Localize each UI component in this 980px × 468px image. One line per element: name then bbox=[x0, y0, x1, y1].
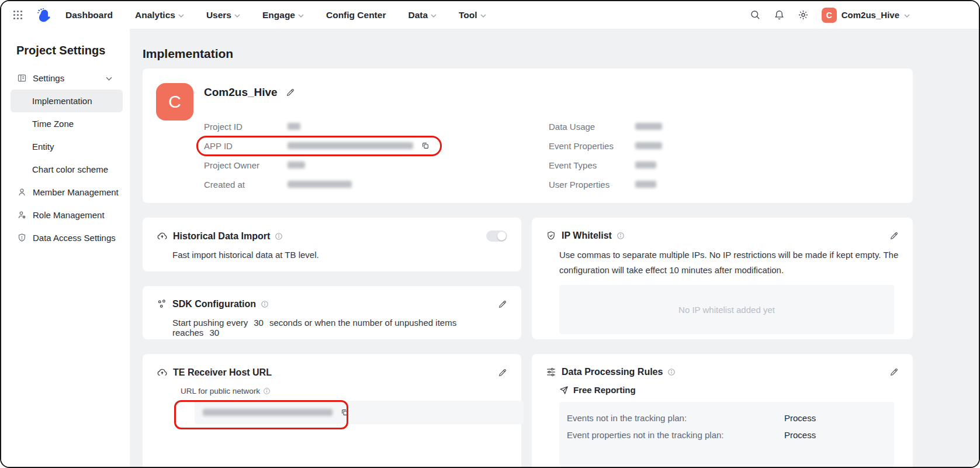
main-content: Implementation C Com2us_Hive Project ID … bbox=[130, 29, 979, 467]
free-reporting-label: Free Reporting bbox=[573, 385, 636, 395]
sdk-nodes-icon bbox=[157, 299, 167, 309]
ip-whitelist-input[interactable]: No IP whitelist added yet bbox=[559, 285, 894, 334]
redacted-value bbox=[288, 161, 305, 168]
chevron-down-icon bbox=[298, 14, 304, 18]
redacted-value bbox=[288, 123, 300, 130]
sidebar-item-time-zone[interactable]: Time Zone bbox=[11, 112, 123, 135]
edit-te-receiver-icon[interactable] bbox=[498, 368, 507, 377]
nav-users[interactable]: Users bbox=[206, 10, 240, 20]
thinkingdata-logo-icon[interactable] bbox=[36, 7, 51, 23]
apps-grid-icon[interactable] bbox=[13, 10, 23, 20]
sidebar-item-label: Member Management bbox=[33, 187, 119, 197]
chevron-down-icon bbox=[234, 14, 240, 18]
field-label: Created at bbox=[204, 180, 288, 189]
chevron-down-icon bbox=[480, 14, 486, 18]
redacted-value bbox=[635, 142, 662, 149]
card-title: Data Processing Rules bbox=[562, 367, 663, 377]
field-label: Data Usage bbox=[549, 122, 635, 131]
info-icon[interactable] bbox=[263, 387, 271, 395]
data-processing-rules-card: Data Processing Rules Free Reporting bbox=[532, 354, 913, 467]
nav-tool[interactable]: Tool bbox=[459, 10, 486, 20]
copy-icon[interactable] bbox=[421, 142, 430, 150]
edit-data-processing-icon[interactable] bbox=[889, 367, 899, 377]
card-description: Start pushing every30seconds or when the… bbox=[172, 318, 507, 338]
sidebar-item-label: Role Management bbox=[33, 210, 105, 220]
account-name: Com2us_Hive bbox=[842, 10, 899, 20]
chevron-down-icon bbox=[431, 14, 437, 18]
rule-row: Event properties not in the tracking pla… bbox=[567, 426, 894, 443]
edit-sdk-configuration-icon[interactable] bbox=[498, 300, 507, 309]
field-label: Project Owner bbox=[204, 160, 288, 170]
project-fields-left: Project ID APP ID Project Owner Created … bbox=[204, 122, 549, 189]
account-menu[interactable]: C Com2us_Hive bbox=[822, 8, 910, 23]
card-title: SDK Configuration bbox=[172, 299, 256, 309]
sidebar-item-implementation[interactable]: Implementation bbox=[11, 90, 123, 112]
card-title: Historical Data Import bbox=[173, 231, 270, 242]
copy-icon[interactable] bbox=[341, 408, 349, 417]
chevron-down-icon bbox=[178, 14, 184, 18]
settings-gear-icon[interactable] bbox=[798, 9, 809, 20]
topbar-actions: C Com2us_Hive bbox=[750, 8, 979, 23]
historical-data-import-card: Historical Data Import Fast import histo… bbox=[143, 218, 521, 271]
sidebar-item-settings[interactable]: Settings bbox=[1, 67, 130, 90]
nav-config-center[interactable]: Config Center bbox=[326, 10, 386, 20]
field-label: User Properties bbox=[549, 180, 635, 189]
nav-dashboard[interactable]: Dashboard bbox=[65, 10, 113, 20]
cloud-upload-icon bbox=[157, 367, 168, 378]
ip-whitelist-card: IP Whitelist Use commas to separate mult… bbox=[532, 218, 913, 339]
sidebar-item-label: Implementation bbox=[32, 96, 92, 106]
shield-check-icon bbox=[546, 230, 556, 241]
nav-engage[interactable]: Engage bbox=[262, 10, 304, 20]
sidebar-item-chart-color-scheme[interactable]: Chart color scheme bbox=[11, 158, 123, 181]
historical-import-toggle[interactable] bbox=[486, 230, 507, 242]
sidebar-item-member-management[interactable]: Member Management bbox=[1, 181, 130, 204]
field-label: Project ID bbox=[204, 122, 288, 131]
redacted-value bbox=[203, 409, 333, 416]
info-icon[interactable] bbox=[617, 232, 625, 240]
free-reporting-rules: Events not in the tracking plan: Process… bbox=[559, 402, 894, 466]
chevron-down-icon bbox=[106, 77, 112, 81]
card-title: IP Whitelist bbox=[562, 230, 612, 241]
project-name: Com2us_Hive bbox=[204, 86, 278, 99]
settings-panel-icon bbox=[17, 73, 27, 83]
sidebar-item-label: Settings bbox=[33, 73, 64, 83]
sidebar: Project Settings Settings Implementation… bbox=[1, 29, 130, 467]
redacted-value bbox=[635, 181, 656, 188]
te-receiver-host-url-card: TE Receiver Host URL URL for public netw… bbox=[143, 354, 521, 467]
info-icon[interactable] bbox=[261, 300, 269, 308]
edit-project-name-icon[interactable] bbox=[286, 88, 295, 97]
nav-data[interactable]: Data bbox=[408, 10, 437, 20]
card-title: TE Receiver Host URL bbox=[173, 367, 272, 378]
role-person-gear-icon bbox=[17, 210, 27, 220]
app-window: Dashboard Analytics Users Engage Config … bbox=[0, 0, 980, 468]
project-fields-right: Data Usage Event Properties Event Types … bbox=[549, 122, 662, 189]
push-count-value: 30 bbox=[209, 328, 219, 338]
member-person-icon bbox=[17, 187, 27, 197]
public-url-field[interactable] bbox=[195, 401, 524, 424]
field-label: APP ID bbox=[204, 141, 288, 150]
push-interval-value: 30 bbox=[254, 318, 264, 328]
page-title: Implementation bbox=[143, 46, 979, 62]
redacted-value bbox=[288, 142, 413, 149]
nav-analytics[interactable]: Analytics bbox=[135, 10, 184, 20]
search-icon[interactable] bbox=[750, 9, 761, 20]
project-overview-card: C Com2us_Hive Project ID APP ID bbox=[143, 68, 913, 203]
project-avatar: C bbox=[156, 83, 193, 121]
sidebar-item-role-management[interactable]: Role Management bbox=[1, 204, 130, 226]
edit-ip-whitelist-icon[interactable] bbox=[889, 231, 899, 240]
notification-bell-icon[interactable] bbox=[774, 9, 785, 20]
card-description: Use commas to separate multiple IPs. No … bbox=[559, 247, 899, 278]
sidebar-item-label: Data Access Settings bbox=[33, 233, 116, 243]
sidebar-item-entity[interactable]: Entity bbox=[11, 135, 123, 158]
topbar: Dashboard Analytics Users Engage Config … bbox=[1, 1, 979, 29]
sidebar-title: Project Settings bbox=[16, 44, 130, 57]
chevron-down-icon bbox=[904, 14, 910, 18]
sidebar-item-data-access-settings[interactable]: Data Access Settings bbox=[1, 226, 130, 249]
url-field-label: URL for public network bbox=[181, 387, 260, 395]
account-avatar: C bbox=[822, 8, 837, 23]
info-icon[interactable] bbox=[275, 232, 283, 240]
sdk-configuration-card: SDK Configuration Start pushing every30s… bbox=[143, 286, 521, 339]
info-icon[interactable] bbox=[667, 368, 676, 376]
sidebar-item-label: Chart color scheme bbox=[32, 164, 108, 174]
rule-row: Events not in the tracking plan: Process bbox=[567, 410, 894, 426]
